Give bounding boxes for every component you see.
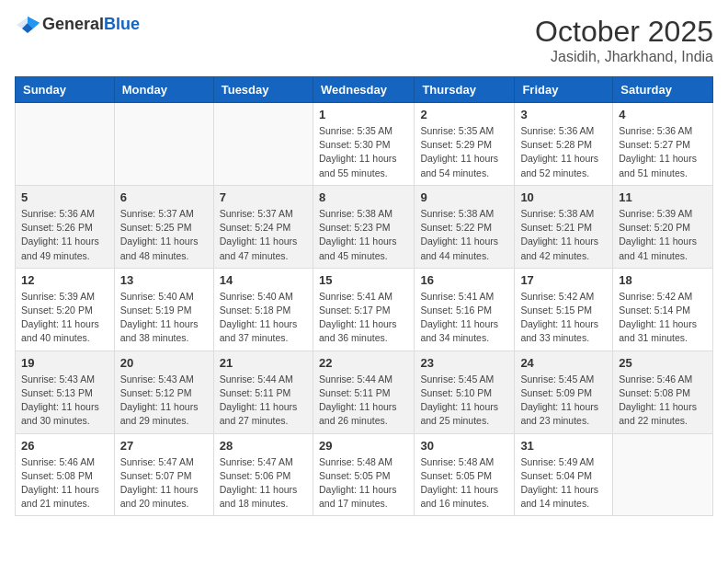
- calendar-row: 5 Sunrise: 5:36 AMSunset: 5:26 PMDayligh…: [16, 185, 713, 268]
- table-row: 1 Sunrise: 5:35 AMSunset: 5:30 PMDayligh…: [313, 103, 414, 186]
- col-wednesday: Wednesday: [313, 77, 414, 103]
- logo: GeneralBlue: [15, 15, 140, 34]
- day-number: 23: [420, 356, 508, 370]
- day-number: 29: [319, 439, 408, 453]
- table-row: 31 Sunrise: 5:49 AMSunset: 5:04 PMDaylig…: [515, 433, 613, 516]
- title-block: October 2025 Jasidih, Jharkhand, India: [535, 15, 713, 65]
- day-info: Sunrise: 5:47 AMSunset: 5:06 PMDaylight:…: [220, 455, 307, 511]
- table-row: 28 Sunrise: 5:47 AMSunset: 5:06 PMDaylig…: [213, 433, 313, 516]
- day-info: Sunrise: 5:48 AMSunset: 5:05 PMDaylight:…: [420, 455, 508, 511]
- day-number: 25: [619, 356, 707, 370]
- logo-text: GeneralBlue: [42, 15, 140, 34]
- day-info: Sunrise: 5:36 AMSunset: 5:27 PMDaylight:…: [619, 124, 707, 180]
- day-info: Sunrise: 5:42 AMSunset: 5:14 PMDaylight:…: [619, 290, 707, 346]
- day-info: Sunrise: 5:35 AMSunset: 5:30 PMDaylight:…: [319, 124, 408, 180]
- table-row: 16 Sunrise: 5:41 AMSunset: 5:16 PMDaylig…: [415, 268, 515, 350]
- day-number: 9: [420, 190, 508, 204]
- day-info: Sunrise: 5:43 AMSunset: 5:12 PMDaylight:…: [120, 373, 208, 429]
- table-row: 23 Sunrise: 5:45 AMSunset: 5:10 PMDaylig…: [415, 350, 515, 433]
- table-row: 21 Sunrise: 5:44 AMSunset: 5:11 PMDaylig…: [213, 350, 313, 433]
- table-row: [213, 103, 313, 186]
- day-info: Sunrise: 5:43 AMSunset: 5:13 PMDaylight:…: [21, 373, 108, 429]
- day-info: Sunrise: 5:39 AMSunset: 5:20 PMDaylight:…: [619, 207, 707, 263]
- day-number: 26: [21, 439, 108, 453]
- day-number: 14: [220, 273, 307, 287]
- day-info: Sunrise: 5:47 AMSunset: 5:07 PMDaylight:…: [120, 455, 208, 511]
- day-number: 4: [619, 108, 707, 121]
- day-info: Sunrise: 5:41 AMSunset: 5:17 PMDaylight:…: [319, 290, 408, 346]
- day-number: 19: [21, 356, 108, 370]
- table-row: 18 Sunrise: 5:42 AMSunset: 5:14 PMDaylig…: [613, 268, 713, 350]
- table-row: 30 Sunrise: 5:48 AMSunset: 5:05 PMDaylig…: [415, 433, 515, 516]
- col-monday: Monday: [114, 77, 213, 103]
- page-title: October 2025: [535, 15, 713, 49]
- day-number: 2: [420, 108, 508, 121]
- day-number: 12: [21, 273, 108, 287]
- day-info: Sunrise: 5:38 AMSunset: 5:22 PMDaylight:…: [420, 207, 508, 263]
- table-row: 29 Sunrise: 5:48 AMSunset: 5:05 PMDaylig…: [313, 433, 414, 516]
- day-number: 20: [120, 356, 208, 370]
- table-row: 24 Sunrise: 5:45 AMSunset: 5:09 PMDaylig…: [515, 350, 613, 433]
- day-number: 8: [319, 190, 408, 204]
- day-number: 5: [21, 190, 108, 204]
- day-info: Sunrise: 5:39 AMSunset: 5:20 PMDaylight:…: [21, 290, 108, 346]
- calendar-header-row: Sunday Monday Tuesday Wednesday Thursday…: [16, 77, 713, 103]
- table-row: 10 Sunrise: 5:38 AMSunset: 5:21 PMDaylig…: [515, 185, 613, 268]
- table-row: 12 Sunrise: 5:39 AMSunset: 5:20 PMDaylig…: [16, 268, 115, 350]
- calendar-row: 12 Sunrise: 5:39 AMSunset: 5:20 PMDaylig…: [16, 268, 713, 350]
- day-number: 17: [520, 273, 607, 287]
- day-number: 18: [619, 273, 707, 287]
- table-row: 17 Sunrise: 5:42 AMSunset: 5:15 PMDaylig…: [515, 268, 613, 350]
- day-number: 28: [220, 439, 307, 453]
- col-saturday: Saturday: [613, 77, 713, 103]
- day-info: Sunrise: 5:46 AMSunset: 5:08 PMDaylight:…: [619, 373, 707, 429]
- table-row: 5 Sunrise: 5:36 AMSunset: 5:26 PMDayligh…: [16, 185, 115, 268]
- day-number: 13: [120, 273, 208, 287]
- table-row: 25 Sunrise: 5:46 AMSunset: 5:08 PMDaylig…: [613, 350, 713, 433]
- day-info: Sunrise: 5:48 AMSunset: 5:05 PMDaylight:…: [319, 455, 408, 511]
- day-info: Sunrise: 5:41 AMSunset: 5:16 PMDaylight:…: [420, 290, 508, 346]
- day-info: Sunrise: 5:45 AMSunset: 5:09 PMDaylight:…: [520, 373, 607, 429]
- table-row: 26 Sunrise: 5:46 AMSunset: 5:08 PMDaylig…: [16, 433, 115, 516]
- day-info: Sunrise: 5:44 AMSunset: 5:11 PMDaylight:…: [220, 373, 307, 429]
- table-row: [114, 103, 213, 186]
- calendar-row: 1 Sunrise: 5:35 AMSunset: 5:30 PMDayligh…: [16, 103, 713, 186]
- table-row: [16, 103, 115, 186]
- table-row: 22 Sunrise: 5:44 AMSunset: 5:11 PMDaylig…: [313, 350, 414, 433]
- day-number: 6: [120, 190, 208, 204]
- day-number: 24: [520, 356, 607, 370]
- day-number: 15: [319, 273, 408, 287]
- day-number: 22: [319, 356, 408, 370]
- day-info: Sunrise: 5:49 AMSunset: 5:04 PMDaylight:…: [520, 455, 607, 511]
- day-info: Sunrise: 5:46 AMSunset: 5:08 PMDaylight:…: [21, 455, 108, 511]
- table-row: 13 Sunrise: 5:40 AMSunset: 5:19 PMDaylig…: [114, 268, 213, 350]
- page-header: GeneralBlue October 2025 Jasidih, Jharkh…: [15, 15, 713, 65]
- col-tuesday: Tuesday: [213, 77, 313, 103]
- table-row: 11 Sunrise: 5:39 AMSunset: 5:20 PMDaylig…: [613, 185, 713, 268]
- day-info: Sunrise: 5:37 AMSunset: 5:24 PMDaylight:…: [220, 207, 307, 263]
- col-sunday: Sunday: [16, 77, 115, 103]
- day-number: 30: [420, 439, 508, 453]
- day-info: Sunrise: 5:37 AMSunset: 5:25 PMDaylight:…: [120, 207, 208, 263]
- day-number: 27: [120, 439, 208, 453]
- logo-icon: [15, 16, 40, 34]
- table-row: 9 Sunrise: 5:38 AMSunset: 5:22 PMDayligh…: [415, 185, 515, 268]
- day-number: 31: [520, 439, 607, 453]
- day-number: 16: [420, 273, 508, 287]
- day-info: Sunrise: 5:40 AMSunset: 5:18 PMDaylight:…: [220, 290, 307, 346]
- day-info: Sunrise: 5:42 AMSunset: 5:15 PMDaylight:…: [520, 290, 607, 346]
- table-row: 15 Sunrise: 5:41 AMSunset: 5:17 PMDaylig…: [313, 268, 414, 350]
- calendar-row: 19 Sunrise: 5:43 AMSunset: 5:13 PMDaylig…: [16, 350, 713, 433]
- table-row: 14 Sunrise: 5:40 AMSunset: 5:18 PMDaylig…: [213, 268, 313, 350]
- day-info: Sunrise: 5:36 AMSunset: 5:28 PMDaylight:…: [520, 124, 607, 180]
- table-row: 6 Sunrise: 5:37 AMSunset: 5:25 PMDayligh…: [114, 185, 213, 268]
- table-row: [613, 433, 713, 516]
- day-number: 7: [220, 190, 307, 204]
- table-row: 4 Sunrise: 5:36 AMSunset: 5:27 PMDayligh…: [613, 103, 713, 186]
- day-info: Sunrise: 5:36 AMSunset: 5:26 PMDaylight:…: [21, 207, 108, 263]
- day-number: 11: [619, 190, 707, 204]
- day-info: Sunrise: 5:38 AMSunset: 5:23 PMDaylight:…: [319, 207, 408, 263]
- day-number: 3: [520, 108, 607, 121]
- calendar-row: 26 Sunrise: 5:46 AMSunset: 5:08 PMDaylig…: [16, 433, 713, 516]
- day-number: 21: [220, 356, 307, 370]
